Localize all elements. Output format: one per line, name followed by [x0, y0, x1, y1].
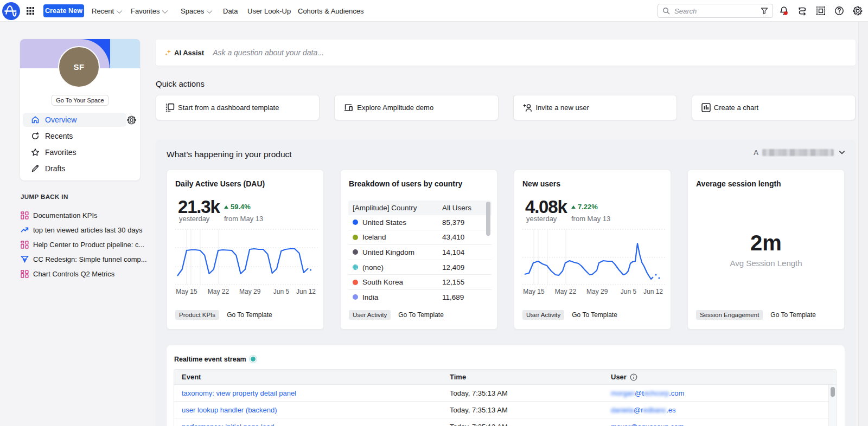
svg-text:May 29: May 29 — [586, 288, 608, 295]
svg-text:May 22: May 22 — [208, 288, 229, 295]
svg-text:May 15: May 15 — [523, 288, 545, 295]
svg-text:Jun 5: Jun 5 — [273, 288, 290, 295]
svg-text:May 15: May 15 — [176, 288, 197, 295]
svg-text:May 29: May 29 — [239, 288, 261, 295]
svg-text:May 22: May 22 — [555, 288, 577, 295]
svg-text:Jun 5: Jun 5 — [621, 288, 637, 295]
svg-text:Jun 12: Jun 12 — [296, 288, 316, 295]
svg-text:Jun 12: Jun 12 — [643, 288, 663, 295]
